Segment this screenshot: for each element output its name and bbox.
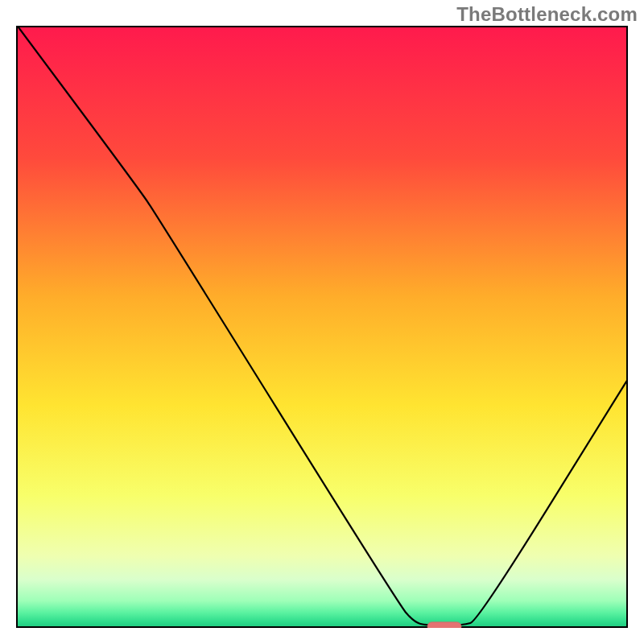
plot-frame: [16, 26, 628, 628]
gradient-background: [16, 26, 628, 628]
figure-root: TheBottleneck.com: [0, 0, 644, 644]
plot-svg: [16, 26, 628, 628]
optimal-marker: [427, 622, 461, 628]
watermark-text: TheBottleneck.com: [456, 3, 638, 26]
